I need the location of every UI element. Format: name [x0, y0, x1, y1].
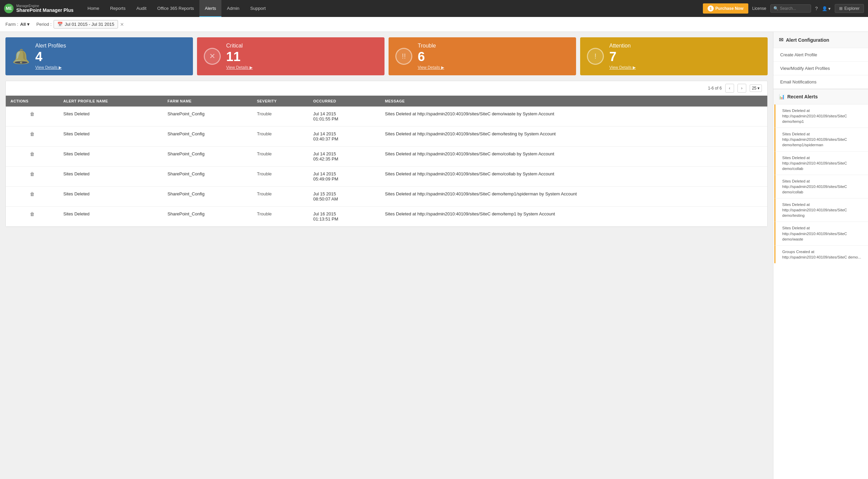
recent-alert-item[interactable]: Sites Deleted at http://spadmin2010:4010…: [774, 222, 868, 245]
row-3-severity: Trouble: [252, 167, 309, 187]
card-alert-profiles-count: 4: [35, 50, 186, 63]
chart-icon: 📊: [779, 94, 785, 99]
alert-config-header: ✉ Alert Configuration: [773, 32, 868, 48]
main-layout: 🔔 Alert Profiles 4 View Details ▶ ✕ Crit…: [0, 32, 868, 479]
row-5-message: Sites Deleted at http://spadmin2010:4010…: [380, 207, 767, 227]
card-critical[interactable]: ✕ Critical 11 View Details ▶: [197, 37, 384, 75]
nav-menu: Home Reports Audit Office 365 Reports Al…: [82, 0, 699, 17]
row-4-alert-profile: Sites Deleted: [59, 187, 163, 207]
sidebar-view-modify[interactable]: View/Modify Alert Profiles: [773, 62, 868, 75]
purchase-button[interactable]: $ Purchase Now: [703, 3, 748, 14]
alert-config-title: Alert Configuration: [786, 37, 829, 43]
page-size-value: 25: [752, 86, 756, 91]
farm-label: Farm :: [5, 22, 18, 27]
card-trouble-link[interactable]: View Details ▶: [418, 65, 569, 70]
brand-name-text: SharePoint Manager Plus: [16, 8, 74, 13]
col-severity: SEVERITY: [252, 96, 309, 107]
delete-icon[interactable]: 🗑: [11, 131, 54, 137]
recent-alert-item[interactable]: Sites Deleted at http://spadmin2010:4010…: [774, 198, 868, 222]
col-actions: ACTIONS: [6, 96, 59, 107]
pagination-info: 1-6 of 6: [708, 86, 722, 91]
card-alert-profiles-link[interactable]: View Details ▶: [35, 65, 186, 70]
col-alert-profile: ALERT PROFILE NAME: [59, 96, 163, 107]
date-clear-button[interactable]: ✕: [120, 22, 124, 27]
farm-filter: Farm : All ▾: [5, 22, 29, 27]
nav-item-support[interactable]: Support: [245, 0, 271, 17]
row-1-message: Sites Deleted at http://spadmin2010:4010…: [380, 127, 767, 147]
delete-icon[interactable]: 🗑: [11, 191, 54, 197]
delete-icon[interactable]: 🗑: [11, 151, 54, 157]
table-row: 🗑Sites DeletedSharePoint_ConfigTroubleJu…: [6, 207, 767, 227]
row-3-farm: SharePoint_Config: [163, 167, 252, 187]
alerts-table: ACTIONS ALERT PROFILE NAME FARM NAME SEV…: [6, 96, 767, 227]
recent-alert-item[interactable]: Sites Deleted at http://spadmin2010:4010…: [774, 128, 868, 151]
card-critical-title: Critical: [226, 43, 378, 49]
row-2-severity: Trouble: [252, 147, 309, 167]
card-trouble-count: 6: [418, 50, 569, 63]
critical-icon-area: ✕: [204, 48, 221, 65]
farm-value[interactable]: All ▾: [20, 22, 30, 27]
search-placeholder: Search...: [780, 6, 796, 11]
recent-alert-item[interactable]: Sites Deleted at http://spadmin2010:4010…: [774, 152, 868, 175]
nav-item-alerts[interactable]: Alerts: [199, 0, 221, 17]
sidebar-create-alert[interactable]: Create Alert Profile: [773, 48, 868, 62]
table-row: 🗑Sites DeletedSharePoint_ConfigTroubleJu…: [6, 167, 767, 187]
attention-icon: !: [587, 48, 604, 65]
critical-icon: ✕: [204, 48, 221, 65]
prev-page-button[interactable]: ‹: [725, 84, 734, 93]
user-icon[interactable]: 👤 ▾: [822, 6, 831, 11]
delete-icon[interactable]: 🗑: [11, 211, 54, 217]
recent-alert-item[interactable]: Sites Deleted at http://spadmin2010:4010…: [774, 175, 868, 198]
card-alert-profiles[interactable]: 🔔 Alert Profiles 4 View Details ▶: [5, 37, 193, 75]
card-attention-title: Attention: [609, 43, 761, 49]
summary-cards: 🔔 Alert Profiles 4 View Details ▶ ✕ Crit…: [5, 37, 768, 75]
row-4-severity: Trouble: [252, 187, 309, 207]
alerts-table-section: 1-6 of 6 ‹ › 25 ▾ ACTIONS ALERT PROFILE …: [5, 81, 768, 227]
nav-item-admin[interactable]: Admin: [221, 0, 245, 17]
row-3-occurred: Jul 14 2015 05:49:09 PM: [309, 167, 380, 187]
col-farm-name: FARM NAME: [163, 96, 252, 107]
search-icon: 🔍: [773, 6, 778, 11]
row-4-actions: 🗑: [6, 187, 59, 207]
attention-icon-area: !: [587, 48, 604, 65]
sidebar-email-notifications[interactable]: Email Notifications: [773, 75, 868, 89]
nav-item-home[interactable]: Home: [82, 0, 105, 17]
page-size-chevron: ▾: [757, 86, 760, 91]
table-row: 🗑Sites DeletedSharePoint_ConfigTroubleJu…: [6, 147, 767, 167]
row-5-actions: 🗑: [6, 207, 59, 227]
me-logo-icon: ME: [4, 4, 14, 13]
delete-icon[interactable]: 🗑: [11, 171, 54, 177]
delete-icon[interactable]: 🗑: [11, 111, 54, 117]
card-attention-link[interactable]: View Details ▶: [609, 65, 761, 70]
card-critical-link[interactable]: View Details ▶: [226, 65, 378, 70]
search-box[interactable]: 🔍 Search...: [770, 4, 811, 13]
row-0-occurred: Jul 14 2015 01:01:55 PM: [309, 107, 380, 127]
row-2-actions: 🗑: [6, 147, 59, 167]
nav-item-audit[interactable]: Audit: [131, 0, 152, 17]
row-5-farm: SharePoint_Config: [163, 207, 252, 227]
next-page-button[interactable]: ›: [737, 84, 746, 93]
card-attention-count: 7: [609, 50, 761, 63]
explorer-label: Explorer: [844, 6, 860, 11]
card-trouble-info: Trouble 6 View Details ▶: [418, 43, 569, 70]
row-2-message: Sites Deleted at http://spadmin2010:4010…: [380, 147, 767, 167]
explorer-button[interactable]: ⊞ Explorer: [835, 4, 864, 13]
nav-item-reports[interactable]: Reports: [105, 0, 131, 17]
page-size-select[interactable]: 25 ▾: [750, 84, 762, 92]
card-attention[interactable]: ! Attention 7 View Details ▶: [580, 37, 768, 75]
recent-alert-item[interactable]: Sites Deleted at http://spadmin2010:4010…: [774, 104, 868, 128]
card-trouble[interactable]: !! Trouble 6 View Details ▶: [389, 37, 576, 75]
license-link[interactable]: License: [752, 6, 766, 11]
help-icon[interactable]: ?: [815, 6, 818, 11]
nav-item-office365[interactable]: Office 365 Reports: [152, 0, 199, 17]
row-1-alert-profile: Sites Deleted: [59, 127, 163, 147]
topbar: ME ManageEngine SharePoint Manager Plus …: [0, 0, 868, 17]
trouble-icon: !!: [395, 48, 412, 65]
row-1-actions: 🗑: [6, 127, 59, 147]
row-4-farm: SharePoint_Config: [163, 187, 252, 207]
card-critical-count: 11: [226, 50, 378, 63]
date-range-picker[interactable]: 📅 Jul 01 2015 - Jul 31 2015: [54, 20, 118, 28]
row-4-occurred: Jul 15 2015 08:50:07 AM: [309, 187, 380, 207]
row-2-alert-profile: Sites Deleted: [59, 147, 163, 167]
recent-alert-item[interactable]: Groups Created at http://spadmin2010:401…: [774, 246, 868, 263]
